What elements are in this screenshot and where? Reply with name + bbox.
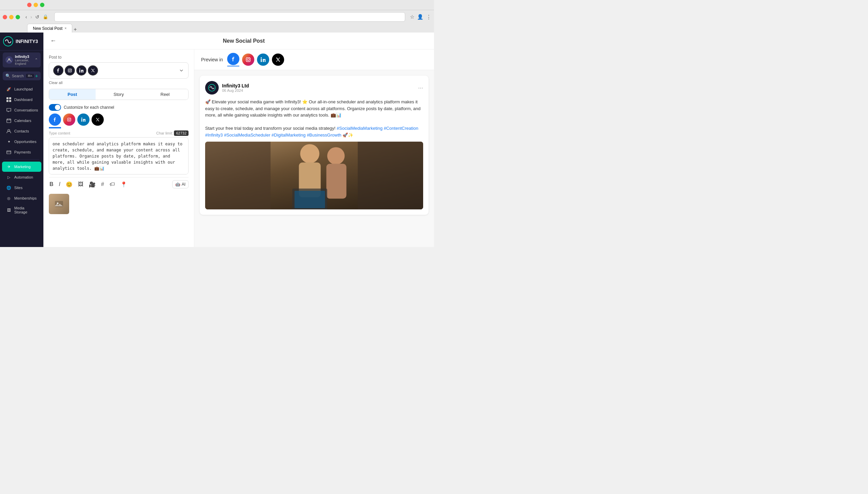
sites-icon: 🌐 xyxy=(6,185,12,190)
sidebar-item-label: Marketing xyxy=(14,165,31,169)
sidebar-item-label: Dashboard xyxy=(14,98,33,102)
sidebar-item-launchpad[interactable]: 🚀 Launchpad xyxy=(2,84,41,94)
profile-icon: 👤 xyxy=(417,14,424,20)
location-button[interactable]: 📍 xyxy=(120,180,128,188)
main-body: Post to xyxy=(43,50,434,247)
expand-icon xyxy=(179,68,184,73)
sidebar-logo: INFINITY3 xyxy=(0,33,43,51)
content-textarea[interactable]: one scheduler and analytics platform mak… xyxy=(49,137,188,174)
sidebar-item-label: Memberships xyxy=(14,196,37,200)
bold-button[interactable]: B xyxy=(49,180,54,188)
marketing-icon: ✈ xyxy=(6,164,12,169)
sidebar-item-memberships[interactable]: ◎ Memberships xyxy=(2,193,41,203)
account-name: Infinity3 xyxy=(15,55,33,59)
emoji-button[interactable]: 😊 xyxy=(65,180,73,188)
sidebar-item-contacts[interactable]: Contacts xyxy=(2,126,41,136)
nav-back-button[interactable]: ‹ xyxy=(24,14,29,20)
preview-header: Preview in xyxy=(194,50,434,70)
sidebar-item-label: Launchpad xyxy=(14,87,33,91)
search-bar[interactable]: 🔍 Search ⌘K + xyxy=(3,72,41,80)
customize-toggle-switch[interactable] xyxy=(49,104,61,111)
formatting-toolbar: B I 😊 🖼 🎥 # 🏷 📍 🤖 AI xyxy=(49,177,188,191)
traffic-light-close[interactable] xyxy=(3,15,7,19)
platform-avatars xyxy=(53,65,98,76)
svg-point-20 xyxy=(70,118,71,119)
nav-items: 🚀 Launchpad Dashboard xyxy=(0,82,43,247)
tab-label: New Social Post xyxy=(33,26,62,31)
sidebar-item-marketing[interactable]: ✈ Marketing xyxy=(2,162,41,172)
svg-point-19 xyxy=(69,119,70,121)
svg-rect-39 xyxy=(205,141,271,209)
nav-refresh-button[interactable]: ↺ xyxy=(34,14,41,20)
preview-date: 06 Aug 2024 xyxy=(222,89,249,93)
sidebar-item-automation[interactable]: ▷ Automation xyxy=(2,172,41,182)
new-tab-button[interactable]: + xyxy=(74,26,77,33)
toggle-knob xyxy=(55,105,60,110)
svg-point-33 xyxy=(300,144,319,163)
tag-button[interactable]: 🏷 xyxy=(109,180,116,188)
tab-post[interactable]: Post xyxy=(49,89,96,100)
automation-icon: ▷ xyxy=(6,174,12,180)
platform-tab-x[interactable] xyxy=(92,114,104,126)
maximize-dot[interactable] xyxy=(40,3,44,7)
char-limit-row: Type content Char limit: 62732 xyxy=(49,131,188,135)
calendars-icon xyxy=(6,118,12,124)
sidebar-item-label: Opportunities xyxy=(14,139,36,144)
address-bar[interactable] xyxy=(54,12,405,22)
post-to-box[interactable] xyxy=(49,62,188,79)
nav-forward-button[interactable]: › xyxy=(29,14,34,20)
tab-reel[interactable]: Reel xyxy=(142,89,188,100)
tab-close-btn[interactable]: × xyxy=(64,26,67,30)
platform-tab-linkedin[interactable] xyxy=(77,114,90,126)
char-limit-label: Type content xyxy=(49,131,70,135)
svg-point-17 xyxy=(79,69,80,70)
preview-instagram-btn[interactable] xyxy=(242,54,254,66)
browser-tab[interactable]: New Social Post × xyxy=(27,24,72,33)
browser-chrome xyxy=(0,0,434,10)
opportunities-icon: ✦ xyxy=(6,139,12,144)
svg-rect-38 xyxy=(295,191,325,208)
preview-facebook-btn[interactable] xyxy=(227,53,239,65)
sidebar-item-dashboard[interactable]: Dashboard xyxy=(2,95,41,105)
svg-point-27 xyxy=(249,58,250,59)
sidebar-item-media-storage[interactable]: 🖼 Media Storage xyxy=(2,204,41,216)
video-button[interactable]: 🎥 xyxy=(88,180,96,188)
sidebar-item-opportunities[interactable]: ✦ Opportunities xyxy=(2,136,41,147)
ai-button[interactable]: 🤖 AI xyxy=(172,180,188,188)
search-placeholder: Search xyxy=(12,74,25,78)
sidebar-item-calendars[interactable]: Calendars xyxy=(2,116,41,126)
sidebar-item-conversations[interactable]: Conversations xyxy=(2,105,41,115)
account-selector[interactable]: Infinity3 Lancaster, England ⌃ xyxy=(3,53,41,68)
tab-story[interactable]: Story xyxy=(96,89,142,100)
post-type-tabs: Post Story Reel xyxy=(49,89,188,100)
sidebar-item-sites[interactable]: 🌐 Sites xyxy=(2,183,41,193)
preview-more-button[interactable]: ··· xyxy=(418,84,423,92)
traffic-light-minimize[interactable] xyxy=(9,15,14,19)
close-dot[interactable] xyxy=(27,3,32,7)
sidebar-item-label: Contacts xyxy=(14,129,29,133)
svg-point-29 xyxy=(260,57,262,59)
platform-tab-facebook[interactable] xyxy=(49,114,61,126)
hashtag-button[interactable]: # xyxy=(100,180,105,188)
preview-image xyxy=(205,141,423,209)
italic-button[interactable]: I xyxy=(58,180,61,188)
back-button[interactable]: ← xyxy=(50,37,56,44)
dashboard-icon xyxy=(6,97,12,102)
traffic-light-maximize[interactable] xyxy=(16,15,20,19)
platform-tab-instagram[interactable] xyxy=(63,114,75,126)
image-button[interactable]: 🖼 xyxy=(77,180,84,188)
add-button[interactable]: + xyxy=(35,73,38,79)
preview-x-btn[interactable] xyxy=(272,54,284,66)
clear-all-button[interactable]: Clear all xyxy=(49,81,188,85)
svg-rect-21 xyxy=(81,119,82,122)
svg-rect-5 xyxy=(9,100,11,102)
preview-linkedin-btn[interactable] xyxy=(257,54,269,66)
media-storage-icon: 🖼 xyxy=(6,207,12,213)
facebook-avatar xyxy=(53,65,63,76)
sidebar-item-payments[interactable]: Payments xyxy=(2,147,41,157)
minimize-dot[interactable] xyxy=(34,3,38,7)
sidebar-item-label: Sites xyxy=(14,186,22,190)
main-header: ← New Social Post xyxy=(43,33,434,50)
customize-toggle-label: Customize for each channel xyxy=(64,105,114,110)
post-to-label: Post to xyxy=(49,55,188,60)
